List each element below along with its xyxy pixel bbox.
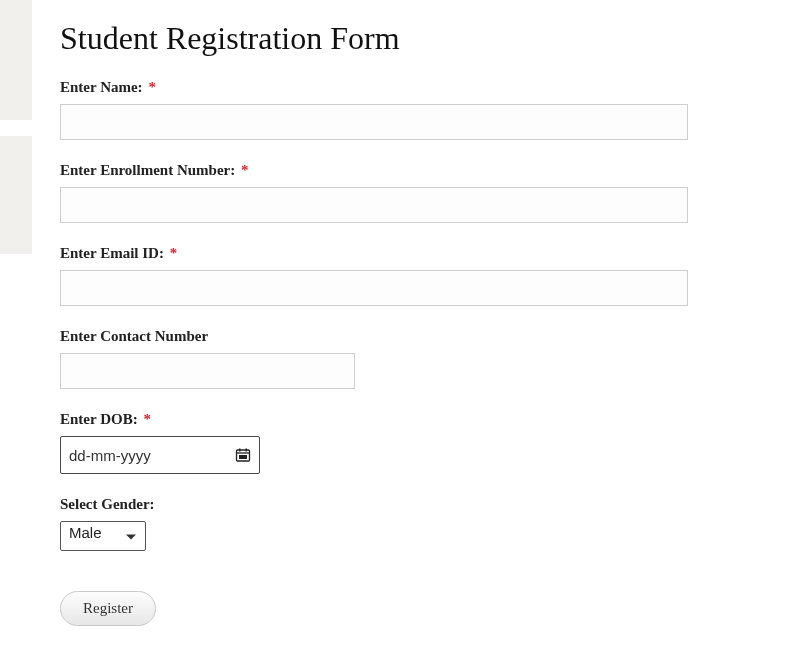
field-contact: Enter Contact Number — [60, 328, 740, 389]
form-container: Student Registration Form Enter Name: * … — [0, 0, 800, 646]
register-button[interactable]: Register — [60, 591, 156, 626]
svg-rect-2 — [239, 449, 241, 452]
side-strip-top — [0, 0, 32, 120]
email-label: Enter Email ID: * — [60, 245, 740, 262]
email-input[interactable] — [60, 270, 688, 306]
required-mark: * — [241, 162, 249, 178]
name-input[interactable] — [60, 104, 688, 140]
gender-selected: Male — [69, 524, 102, 541]
svg-rect-3 — [246, 449, 248, 452]
contact-input[interactable] — [60, 353, 355, 389]
side-strip-bottom — [0, 136, 32, 254]
name-label-text: Enter Name: — [60, 79, 143, 95]
enrollment-input[interactable] — [60, 187, 688, 223]
name-label: Enter Name: * — [60, 79, 740, 96]
contact-label: Enter Contact Number — [60, 328, 740, 345]
gender-label: Select Gender: — [60, 496, 740, 513]
dob-input[interactable]: dd-mm-yyyy — [60, 436, 260, 474]
gender-select[interactable]: Male — [60, 521, 146, 551]
field-gender: Select Gender: Male — [60, 496, 740, 551]
field-enrollment: Enter Enrollment Number: * — [60, 162, 740, 223]
page-title: Student Registration Form — [60, 20, 740, 57]
field-email: Enter Email ID: * — [60, 245, 740, 306]
calendar-icon — [235, 447, 251, 463]
field-name: Enter Name: * — [60, 79, 740, 140]
enrollment-label: Enter Enrollment Number: * — [60, 162, 740, 179]
dob-label: Enter DOB: * — [60, 411, 740, 428]
required-mark: * — [148, 79, 156, 95]
enrollment-label-text: Enter Enrollment Number: — [60, 162, 235, 178]
dob-label-text: Enter DOB: — [60, 411, 138, 427]
required-mark: * — [143, 411, 151, 427]
svg-rect-4 — [239, 455, 247, 459]
field-dob: Enter DOB: * dd-mm-yyyy — [60, 411, 740, 474]
contact-label-text: Enter Contact Number — [60, 328, 208, 344]
gender-select-wrap: Male — [60, 521, 146, 551]
required-mark: * — [170, 245, 178, 261]
email-label-text: Enter Email ID: — [60, 245, 164, 261]
gender-label-text: Select Gender: — [60, 496, 155, 512]
dob-placeholder: dd-mm-yyyy — [69, 447, 151, 464]
